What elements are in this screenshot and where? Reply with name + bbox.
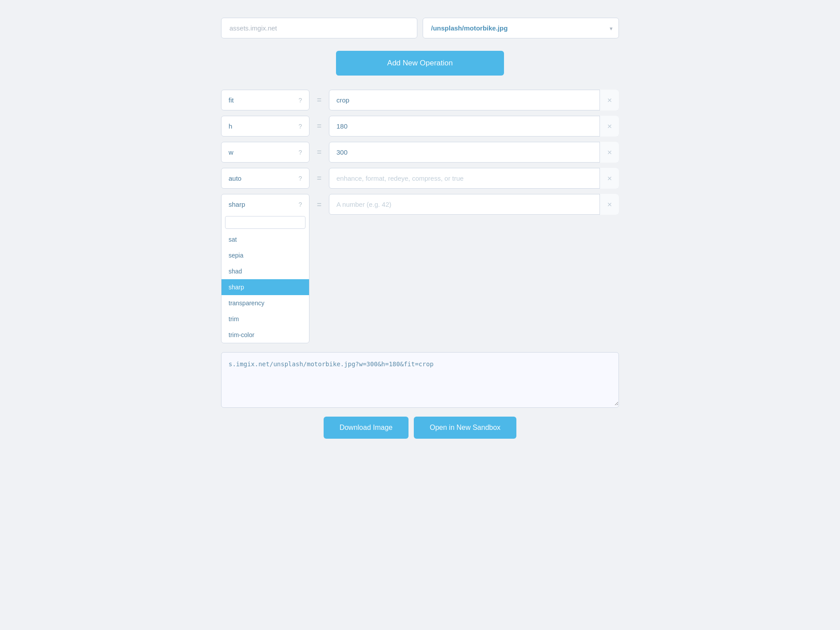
question-icon[interactable]: ? <box>298 97 302 104</box>
op-key-label: w <box>229 148 233 156</box>
op-key-h: h ? <box>221 116 309 137</box>
list-item[interactable]: shad <box>221 263 309 279</box>
op-value-wrapper-auto: ✕ <box>329 168 619 189</box>
equals-sign: = <box>315 200 324 209</box>
table-row: fit ? = ✕ <box>221 90 619 110</box>
op-key-header: sharp ? <box>221 194 309 214</box>
dropdown-list: sat sepia shad sharp transparency trim t… <box>221 232 309 343</box>
op-key-fit: fit ? <box>221 90 309 110</box>
remove-button-h[interactable]: ✕ <box>599 116 619 137</box>
op-value-wrapper-w: ✕ <box>329 142 619 163</box>
op-key-label: fit <box>229 96 234 104</box>
remove-button-w[interactable]: ✕ <box>599 142 619 163</box>
op-value-input-h[interactable] <box>329 116 619 137</box>
list-item[interactable]: sepia <box>221 247 309 263</box>
domain-input[interactable] <box>221 18 417 38</box>
op-value-input-fit[interactable] <box>329 90 619 110</box>
table-row: h ? = ✕ <box>221 116 619 137</box>
question-icon[interactable]: ? <box>298 175 302 182</box>
main-container: /unsplash/motorbike.jpg/unsplash/sample.… <box>221 18 619 439</box>
bottom-actions: Download Image Open in New Sandbox <box>221 417 619 439</box>
equals-sign: = <box>315 174 324 183</box>
table-row: w ? = ✕ <box>221 142 619 163</box>
op-value-input-w[interactable] <box>329 142 619 163</box>
op-key-auto: auto ? <box>221 168 309 189</box>
url-output[interactable] <box>221 353 619 406</box>
dropdown-search-input[interactable] <box>225 216 305 229</box>
table-row: auto ? = ✕ <box>221 168 619 189</box>
dropdown-search-row <box>221 214 309 232</box>
op-value-input-sharp[interactable] <box>329 194 619 215</box>
list-item[interactable]: sharp <box>221 279 309 295</box>
top-bar: /unsplash/motorbike.jpg/unsplash/sample.… <box>221 18 619 38</box>
op-key-w: w ? <box>221 142 309 163</box>
path-select[interactable]: /unsplash/motorbike.jpg/unsplash/sample.… <box>423 18 619 38</box>
op-value-input-auto[interactable] <box>329 168 619 189</box>
operations-list: fit ? = ✕ h ? = ✕ w ? <box>221 90 619 343</box>
remove-button-auto[interactable]: ✕ <box>599 168 619 189</box>
op-value-wrapper-h: ✕ <box>329 116 619 137</box>
op-value-wrapper-sharp: ✕ <box>329 194 619 215</box>
op-key-label: sharp <box>229 201 245 208</box>
equals-sign: = <box>315 148 324 157</box>
list-item[interactable]: sat <box>221 232 309 247</box>
open-sandbox-button[interactable]: Open in New Sandbox <box>414 417 516 439</box>
op-key-label: auto <box>229 175 241 182</box>
op-key-label: h <box>229 122 232 130</box>
remove-button-fit[interactable]: ✕ <box>599 90 619 110</box>
question-icon[interactable]: ? <box>298 123 302 130</box>
list-item[interactable]: trim <box>221 311 309 327</box>
table-row: sharp ? sat sepia shad sharp transparenc… <box>221 194 619 343</box>
add-operation-button[interactable]: Add New Operation <box>336 51 504 76</box>
equals-sign: = <box>315 95 324 105</box>
domain-input-wrapper <box>221 18 417 38</box>
remove-button-sharp[interactable]: ✕ <box>599 194 619 215</box>
url-output-wrapper <box>221 352 619 408</box>
download-image-button[interactable]: Download Image <box>324 417 409 439</box>
list-item[interactable]: trim-color <box>221 327 309 343</box>
op-key-dropdown-sharp: sharp ? sat sepia shad sharp transparenc… <box>221 194 309 343</box>
op-key-sharp-wrapper: sharp ? sat sepia shad sharp transparenc… <box>221 194 309 343</box>
question-icon[interactable]: ? <box>298 201 302 208</box>
op-value-wrapper-fit: ✕ <box>329 90 619 110</box>
equals-sign: = <box>315 121 324 131</box>
path-select-wrapper: /unsplash/motorbike.jpg/unsplash/sample.… <box>423 18 619 38</box>
question-icon[interactable]: ? <box>298 149 302 156</box>
list-item[interactable]: transparency <box>221 295 309 311</box>
